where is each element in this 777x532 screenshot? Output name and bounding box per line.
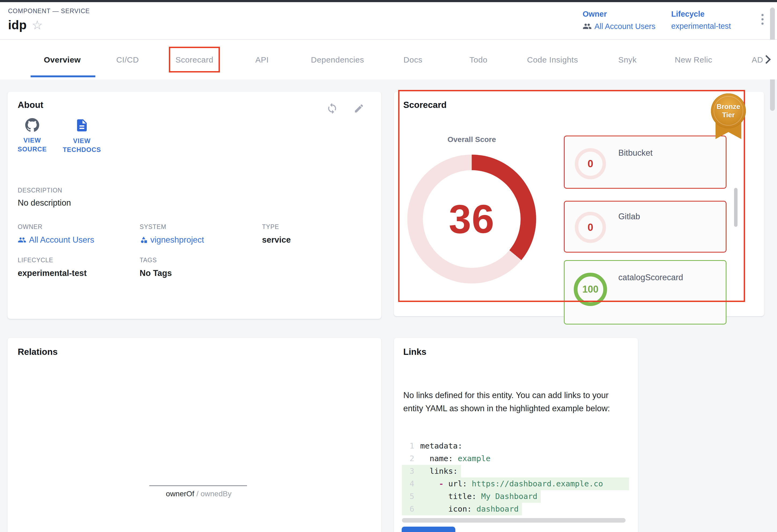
overall-score-label: Overall Score xyxy=(425,135,519,144)
scorecard-list-scrollbar[interactable] xyxy=(734,188,738,227)
code-line-3: 3 links: xyxy=(402,465,461,478)
code-line-1: 1metadata: xyxy=(402,440,465,452)
scorecard-item-bitbucket[interactable]: 0Bitbucket xyxy=(564,136,727,189)
line-number: 2 xyxy=(402,452,420,465)
relation-node-component[interactable]: component:idp xyxy=(247,478,330,495)
entity-page: COMPONENT — SERVICE idp ☆ Owner All Acco… xyxy=(0,0,777,532)
relations-card-title: Relations xyxy=(18,347,58,357)
relation-node-owner[interactable]: All Account Users xyxy=(61,478,149,495)
links-empty-text: No links defined for this entity. You ca… xyxy=(403,389,626,415)
yaml-code-block: 1metadata:2 name: example3 links:4 - url… xyxy=(402,440,629,516)
system-icon xyxy=(140,236,148,244)
code-line-5: 5 title: My Dashboard xyxy=(402,490,541,503)
badge-text-line2: Tier xyxy=(722,111,735,119)
description-label: DESCRIPTION xyxy=(18,187,62,194)
tags-field-label: TAGS xyxy=(140,257,157,264)
view-techdocs-label: VIEW TECHDOCS xyxy=(59,136,105,154)
document-icon xyxy=(75,118,89,133)
relations-card xyxy=(7,338,381,532)
tab-docs[interactable]: Docs xyxy=(397,54,429,65)
view-source-button[interactable]: VIEW SOURCE xyxy=(14,118,50,153)
scorecard-item-catalogscorecard[interactable]: 100catalogScorecard xyxy=(564,260,727,324)
line-number: 3 xyxy=(402,465,420,478)
relation-edge-line xyxy=(149,485,247,486)
people-icon xyxy=(18,236,26,244)
description-value: No description xyxy=(18,198,71,208)
line-number: 5 xyxy=(402,490,420,503)
overall-score-gauge: 36 xyxy=(407,155,536,283)
scorecard-card-title: Scorecard xyxy=(403,100,446,110)
score-ring: 0 xyxy=(575,212,606,243)
people-icon xyxy=(68,481,77,491)
owner-value[interactable]: All Account Users xyxy=(594,22,655,31)
header-owner-field: Owner All Account Users xyxy=(583,10,671,31)
relation-edge-label: ownerOf / ownedBy xyxy=(150,490,247,498)
score-value: 0 xyxy=(587,222,593,233)
tab-ci-cd[interactable]: CI/CD xyxy=(109,54,146,65)
chip-icon xyxy=(254,482,263,491)
lifecycle-value: experimental-test xyxy=(671,22,731,31)
code-line-6: 6 icon: dashboard xyxy=(402,503,522,515)
top-bar xyxy=(0,0,777,2)
breadcrumb: COMPONENT — SERVICE xyxy=(8,7,90,15)
system-field-label: SYSTEM xyxy=(140,223,166,231)
bronze-tier-badge: Bronze Tier xyxy=(711,94,746,140)
score-ring: 100 xyxy=(574,273,607,306)
system-field-link[interactable]: vigneshproject xyxy=(140,235,204,245)
type-field-label: TYPE xyxy=(262,223,279,231)
code-line-4: 4 - url: https://dashboard.example.co xyxy=(402,478,629,490)
tab-dependencies[interactable]: Dependencies xyxy=(307,54,368,65)
tab-code-insights[interactable]: Code Insights xyxy=(522,54,583,65)
read-more-button[interactable] xyxy=(402,527,455,532)
type-field-value: service xyxy=(262,235,291,245)
score-name: catalogScorecard xyxy=(618,273,683,282)
scorecard-tab-annotation xyxy=(169,47,220,73)
owner-link[interactable]: All Account Users xyxy=(583,22,671,31)
refresh-icon[interactable] xyxy=(326,103,338,114)
lifecycle-field-label: LIFECYCLE xyxy=(18,257,53,264)
badge-rosette: Bronze Tier xyxy=(711,94,746,128)
line-number: 4 xyxy=(402,478,420,490)
active-tab-underline xyxy=(31,76,95,77)
score-name: Gitlab xyxy=(618,212,640,222)
people-icon xyxy=(583,22,592,31)
lifecycle-label: Lifecycle xyxy=(671,10,760,18)
lifecycle-field-value: experimental-test xyxy=(18,268,87,278)
overall-score-value: 36 xyxy=(449,196,495,242)
owner-label: Owner xyxy=(583,10,671,18)
github-icon xyxy=(25,118,39,132)
code-horizontal-scrollbar[interactable] xyxy=(402,518,626,523)
edit-pencil-icon[interactable] xyxy=(354,103,364,114)
score-name: Bitbucket xyxy=(618,148,653,158)
view-source-label: VIEW SOURCE xyxy=(14,136,50,153)
badge-text-line1: Bronze xyxy=(716,103,740,111)
line-number: 6 xyxy=(402,503,420,515)
view-techdocs-button[interactable]: VIEW TECHDOCS xyxy=(59,118,105,154)
tab-api[interactable]: API xyxy=(246,54,278,65)
relation-component-label: component:idp xyxy=(266,482,323,491)
tab-new-relic[interactable]: New Relic xyxy=(669,54,718,65)
relation-owner-label: All Account Users xyxy=(81,482,142,491)
tab-overview[interactable]: Overview xyxy=(41,54,84,65)
relation-reverse: ownedBy xyxy=(201,490,231,498)
score-value: 100 xyxy=(582,284,598,295)
about-card-title: About xyxy=(18,100,43,110)
relation-forward: ownerOf xyxy=(166,490,194,498)
more-options-kebab-icon[interactable] xyxy=(761,14,764,25)
tab-todo[interactable]: Todo xyxy=(462,54,494,65)
tags-field-value: No Tags xyxy=(140,268,172,278)
owner-field-link[interactable]: All Account Users xyxy=(18,235,94,245)
header-lifecycle-field: Lifecycle experimental-test xyxy=(671,10,760,31)
page-title: idp xyxy=(8,18,27,32)
score-ring: 0 xyxy=(575,148,606,179)
owner-field-label: OWNER xyxy=(18,223,42,231)
score-value: 0 xyxy=(587,158,593,170)
code-line-2: 2 name: example xyxy=(402,452,494,465)
line-number: 1 xyxy=(402,440,420,452)
tab-snyk[interactable]: Snyk xyxy=(612,54,644,65)
links-card-title: Links xyxy=(403,347,426,357)
favorite-star-icon[interactable]: ☆ xyxy=(32,19,43,31)
scorecard-item-gitlab[interactable]: 0Gitlab xyxy=(564,201,727,253)
